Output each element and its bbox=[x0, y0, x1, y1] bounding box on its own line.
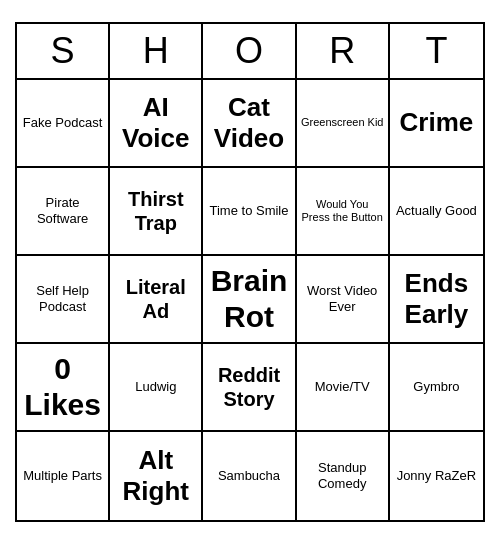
cell-text-9: Actually Good bbox=[396, 203, 477, 219]
bingo-cell-1: AI Voice bbox=[110, 80, 203, 168]
bingo-cell-8: Would You Press the Button bbox=[297, 168, 390, 256]
cell-text-13: Worst Video Ever bbox=[301, 283, 384, 314]
cell-text-19: Gymbro bbox=[413, 379, 459, 395]
header-letter-h: H bbox=[110, 24, 203, 78]
bingo-header: SHORT bbox=[17, 24, 483, 80]
cell-text-10: Self Help Podcast bbox=[21, 283, 104, 314]
bingo-cell-10: Self Help Podcast bbox=[17, 256, 110, 344]
bingo-cell-16: Ludwig bbox=[110, 344, 203, 432]
bingo-cell-13: Worst Video Ever bbox=[297, 256, 390, 344]
cell-text-17: Reddit Story bbox=[207, 363, 290, 411]
bingo-cell-14: Ends Early bbox=[390, 256, 483, 344]
bingo-cell-17: Reddit Story bbox=[203, 344, 296, 432]
cell-text-2: Cat Video bbox=[207, 92, 290, 154]
cell-text-6: Thirst Trap bbox=[114, 187, 197, 235]
cell-text-1: AI Voice bbox=[114, 92, 197, 154]
cell-text-5: Pirate Software bbox=[21, 195, 104, 226]
bingo-cell-11: Literal Ad bbox=[110, 256, 203, 344]
bingo-cell-7: Time to Smile bbox=[203, 168, 296, 256]
header-letter-r: R bbox=[297, 24, 390, 78]
bingo-cell-22: Sambucha bbox=[203, 432, 296, 520]
cell-text-0: Fake Podcast bbox=[23, 115, 103, 131]
cell-text-22: Sambucha bbox=[218, 468, 280, 484]
cell-text-18: Movie/TV bbox=[315, 379, 370, 395]
bingo-cell-23: Standup Comedy bbox=[297, 432, 390, 520]
cell-text-20: Multiple Parts bbox=[23, 468, 102, 484]
cell-text-24: Jonny RaZeR bbox=[397, 468, 476, 484]
bingo-cell-21: Alt Right bbox=[110, 432, 203, 520]
bingo-cell-15: 0 Likes bbox=[17, 344, 110, 432]
bingo-cell-19: Gymbro bbox=[390, 344, 483, 432]
cell-text-21: Alt Right bbox=[114, 445, 197, 507]
bingo-cell-20: Multiple Parts bbox=[17, 432, 110, 520]
bingo-cell-2: Cat Video bbox=[203, 80, 296, 168]
cell-text-4: Crime bbox=[400, 107, 474, 138]
header-letter-t: T bbox=[390, 24, 483, 78]
cell-text-12: Brain Rot bbox=[207, 263, 290, 335]
bingo-cell-9: Actually Good bbox=[390, 168, 483, 256]
cell-text-16: Ludwig bbox=[135, 379, 176, 395]
header-letter-s: S bbox=[17, 24, 110, 78]
cell-text-3: Greenscreen Kid bbox=[301, 116, 384, 129]
cell-text-7: Time to Smile bbox=[210, 203, 289, 219]
bingo-cell-3: Greenscreen Kid bbox=[297, 80, 390, 168]
bingo-cell-0: Fake Podcast bbox=[17, 80, 110, 168]
bingo-cell-4: Crime bbox=[390, 80, 483, 168]
bingo-cell-24: Jonny RaZeR bbox=[390, 432, 483, 520]
cell-text-23: Standup Comedy bbox=[301, 460, 384, 491]
bingo-card: SHORT Fake PodcastAI VoiceCat VideoGreen… bbox=[15, 22, 485, 522]
cell-text-8: Would You Press the Button bbox=[301, 198, 384, 224]
bingo-cell-18: Movie/TV bbox=[297, 344, 390, 432]
bingo-cell-12: Brain Rot bbox=[203, 256, 296, 344]
bingo-cell-6: Thirst Trap bbox=[110, 168, 203, 256]
cell-text-15: 0 Likes bbox=[21, 351, 104, 423]
cell-text-11: Literal Ad bbox=[114, 275, 197, 323]
bingo-cell-5: Pirate Software bbox=[17, 168, 110, 256]
cell-text-14: Ends Early bbox=[394, 268, 479, 330]
header-letter-o: O bbox=[203, 24, 296, 78]
bingo-grid: Fake PodcastAI VoiceCat VideoGreenscreen… bbox=[17, 80, 483, 520]
